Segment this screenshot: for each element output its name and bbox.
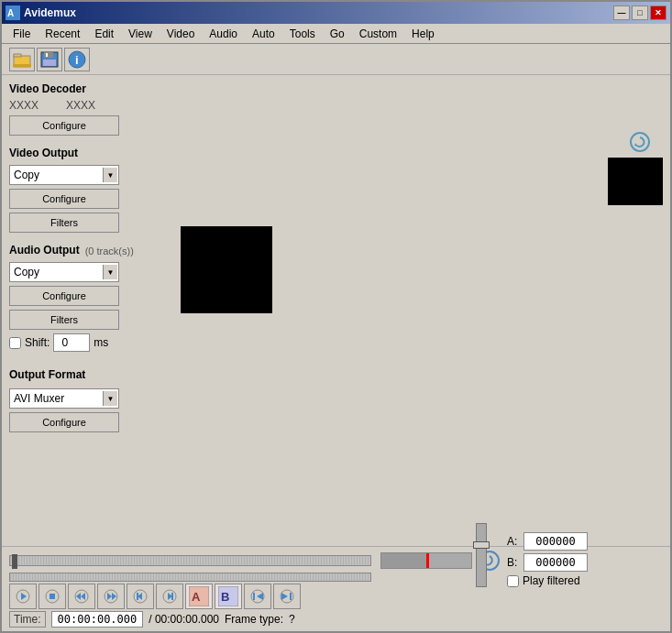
info-button[interactable]: i	[64, 48, 90, 71]
shift-row: Shift: ms	[9, 333, 164, 352]
b-row: B:	[507, 553, 588, 572]
a-input[interactable]	[523, 532, 588, 551]
secondary-seek-texture	[10, 573, 370, 581]
output-format-dropdown-wrapper: AVI Muxer MKV Muxer MP4 Muxer ▼	[9, 388, 119, 409]
track-count: (0 track(s))	[85, 246, 134, 256]
seek-thumb[interactable]	[12, 554, 17, 569]
speed-marker	[426, 553, 429, 568]
menu-video[interactable]: Video	[160, 26, 202, 42]
main-seek-bar[interactable]	[9, 555, 371, 566]
output-format-configure-button[interactable]: Configure	[9, 412, 119, 432]
open-button[interactable]	[9, 48, 35, 71]
svg-rect-27	[171, 593, 173, 600]
speed-fill	[381, 553, 426, 568]
video-output-configure-button[interactable]: Configure	[9, 189, 119, 209]
play-filtered-checkbox[interactable]	[507, 575, 519, 587]
menu-view[interactable]: View	[121, 26, 160, 42]
app-icon: A	[6, 5, 20, 20]
a-label: A:	[507, 535, 520, 548]
video-output-section: Video Output Copy Mpeg4 ASP (Xvid4) x264…	[9, 147, 164, 233]
menu-tools[interactable]: Tools	[282, 26, 323, 42]
main-window: A Avidemux — □ ✕ File Recent Edit View V…	[0, 0, 672, 633]
time-row: Time: 00:00:00.000 / 00:00:00.000 Frame …	[9, 611, 663, 628]
video-preview	[181, 226, 272, 313]
shift-unit: ms	[94, 336, 108, 349]
left-panel: Video Decoder XXXX XXXX Configure Video …	[2, 75, 171, 546]
rewind-button[interactable]	[68, 584, 95, 609]
svg-rect-6	[44, 52, 53, 58]
svg-text:B: B	[221, 590, 229, 604]
video-decoder-configure-button[interactable]: Configure	[9, 115, 119, 136]
fast-forward-button[interactable]	[97, 584, 125, 609]
svg-rect-24	[137, 593, 138, 600]
svg-rect-4	[13, 64, 31, 67]
minimize-button[interactable]: —	[613, 5, 630, 20]
decoder-left-code: XXXX	[9, 99, 39, 112]
go-end-button[interactable]	[273, 584, 301, 609]
menu-custom[interactable]: Custom	[352, 26, 404, 42]
shift-checkbox[interactable]	[9, 337, 21, 349]
audio-output-select[interactable]: Copy MP3 AAC	[9, 262, 119, 282]
menu-help[interactable]: Help	[404, 26, 442, 42]
audio-output-dropdown-wrapper: Copy MP3 AAC ▼	[9, 262, 119, 282]
decoder-right-code: XXXX	[66, 99, 95, 112]
video-filters-button[interactable]: Filters	[9, 213, 119, 233]
toolbar: i	[2, 44, 670, 75]
svg-rect-15	[50, 594, 55, 599]
seek-texture	[10, 556, 370, 565]
volume-slider[interactable]	[476, 523, 487, 587]
main-video-area	[171, 75, 670, 546]
b-label: B:	[507, 556, 520, 569]
stop-button[interactable]	[39, 584, 66, 609]
menu-audio[interactable]: Audio	[202, 26, 245, 42]
svg-rect-36	[290, 593, 292, 600]
video-output-dropdown-wrapper: Copy Mpeg4 ASP (Xvid4) x264 ▼	[9, 165, 119, 185]
menu-edit[interactable]: Edit	[87, 26, 121, 42]
maximize-button[interactable]: □	[632, 5, 648, 20]
menu-file[interactable]: File	[6, 26, 38, 42]
save-button[interactable]	[37, 48, 62, 71]
output-format-section: Output Format AVI Muxer MKV Muxer MP4 Mu…	[9, 363, 164, 432]
svg-text:i: i	[75, 53, 79, 67]
close-button[interactable]: ✕	[650, 5, 666, 20]
a-row: A:	[507, 532, 588, 551]
mark-b-button[interactable]: B	[215, 584, 242, 609]
content-area: Video Decoder XXXX XXXX Configure Video …	[2, 75, 670, 546]
frame-type-value: ?	[289, 613, 295, 626]
mini-refresh-button[interactable]	[630, 132, 650, 152]
total-time-separator: / 00:00:00.000	[149, 613, 219, 626]
shift-input[interactable]	[53, 333, 90, 352]
secondary-seek-bar[interactable]	[9, 573, 371, 582]
video-output-select[interactable]: Copy Mpeg4 ASP (Xvid4) x264	[9, 165, 119, 185]
audio-output-section: Audio Output (0 track(s)) Copy MP3 AAC ▼…	[9, 244, 164, 352]
prev-frame-button[interactable]	[127, 584, 154, 609]
go-start-button[interactable]	[244, 584, 271, 609]
svg-text:A: A	[7, 8, 14, 18]
b-input[interactable]	[523, 553, 588, 572]
audio-filters-button[interactable]: Filters	[9, 310, 119, 330]
mini-preview	[608, 158, 663, 205]
time-label: Time:	[9, 611, 46, 628]
title-bar: A Avidemux — □ ✕	[2, 2, 670, 24]
menubar: File Recent Edit View Video Audio Auto T…	[2, 24, 670, 44]
menu-go[interactable]: Go	[323, 26, 352, 42]
decoder-codes: XXXX XXXX	[9, 99, 164, 112]
volume-thumb[interactable]	[473, 541, 490, 549]
svg-rect-3	[14, 54, 21, 57]
window-title: Avidemux	[24, 6, 76, 19]
video-output-title: Video Output	[9, 147, 164, 159]
svg-text:A: A	[192, 590, 201, 604]
play-button[interactable]	[9, 584, 37, 609]
volume-slider-area	[476, 523, 487, 587]
current-time-display: 00:00:00.000	[51, 611, 144, 628]
video-decoder-title: Video Decoder	[9, 82, 164, 95]
controls-row: A B	[9, 584, 663, 609]
mark-a-button[interactable]: A	[185, 584, 213, 609]
menu-recent[interactable]: Recent	[38, 26, 87, 42]
output-format-select[interactable]: AVI Muxer MKV Muxer MP4 Muxer	[9, 388, 119, 409]
svg-marker-38	[634, 143, 637, 146]
menu-auto[interactable]: Auto	[245, 26, 282, 42]
play-filtered-row: Play filtered	[507, 574, 588, 587]
next-frame-button[interactable]	[156, 584, 183, 609]
audio-configure-button[interactable]: Configure	[9, 286, 119, 306]
